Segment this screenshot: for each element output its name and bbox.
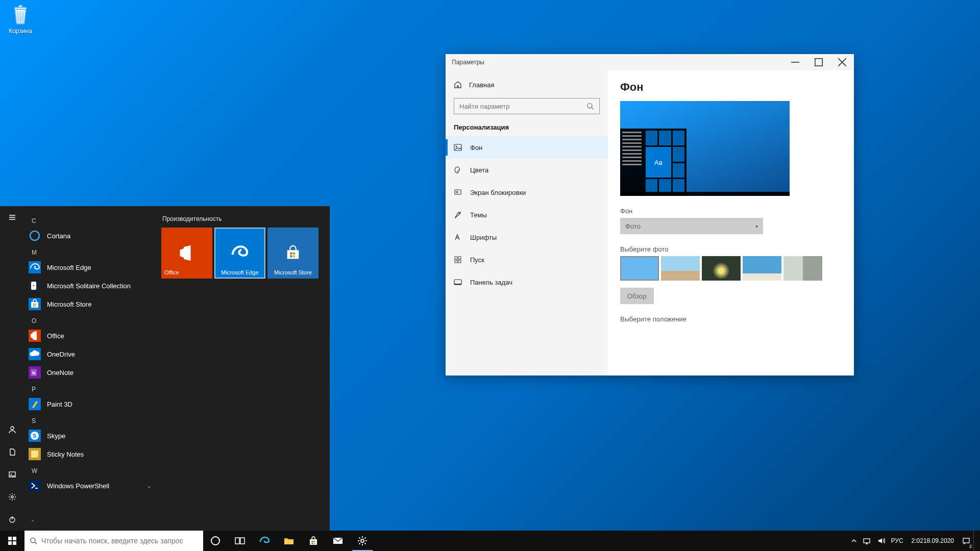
- letter-header[interactable]: P: [24, 382, 157, 395]
- app-skype[interactable]: S Skype: [24, 427, 157, 445]
- settings-nav-home[interactable]: Главная: [446, 78, 608, 92]
- settings-nav-home-label: Главная: [469, 81, 494, 89]
- power-icon: [8, 515, 16, 523]
- tile-store[interactable]: Microsoft Store: [267, 228, 318, 279]
- taskbar-search[interactable]: [24, 531, 203, 551]
- desktop-icon-recycle-bin[interactable]: Корзина: [1, 3, 40, 35]
- maximize-button[interactable]: [807, 54, 830, 70]
- letter-header[interactable]: M: [24, 245, 157, 258]
- taskbar-edge[interactable]: [252, 531, 277, 551]
- svg-rect-38: [13, 541, 16, 545]
- app-label: Microsoft Edge: [47, 264, 91, 271]
- settings-titlebar[interactable]: Параметры: [446, 54, 854, 70]
- preview-accent-tile: Aa: [646, 147, 671, 178]
- fonts-icon: [454, 233, 462, 241]
- paint3d-icon: [29, 398, 41, 410]
- tray-show-desktop[interactable]: [973, 531, 980, 551]
- svg-text:N: N: [32, 370, 36, 375]
- settings-nav-item-background[interactable]: Фон: [446, 136, 608, 159]
- search-icon: [586, 102, 594, 110]
- tile-group-label[interactable]: Производительность: [161, 215, 326, 228]
- taskbar-mail[interactable]: [326, 531, 350, 551]
- letter-header[interactable]: W: [24, 463, 157, 477]
- start-rail-pictures[interactable]: [0, 463, 24, 486]
- start-rail-expand[interactable]: [0, 206, 24, 229]
- bg-thumb[interactable]: [743, 256, 781, 281]
- svg-rect-36: [13, 537, 16, 540]
- app-paint3d[interactable]: Paint 3D: [24, 395, 157, 413]
- settings-search-input[interactable]: [459, 103, 582, 110]
- app-onedrive[interactable]: OneDrive: [24, 345, 157, 363]
- app-label: Cortana: [47, 232, 70, 240]
- settings-nav-item-fonts[interactable]: Шрифты: [446, 226, 608, 248]
- tray-action-center[interactable]: 2: [959, 531, 973, 551]
- letter-header[interactable]: O: [24, 313, 157, 327]
- app-office[interactable]: Office: [24, 327, 157, 345]
- start-all-apps[interactable]: C Cortana M Microsoft Edge Microsoft Sol…: [24, 206, 157, 531]
- app-label: Office: [47, 332, 64, 340]
- start-rail-power[interactable]: [0, 508, 24, 531]
- svg-rect-50: [864, 539, 870, 543]
- tray-volume[interactable]: [874, 531, 888, 551]
- bg-thumb[interactable]: [661, 256, 700, 281]
- bg-thumb[interactable]: [702, 256, 741, 281]
- app-store[interactable]: Microsoft Store: [24, 295, 157, 313]
- start-rail-settings[interactable]: [0, 486, 24, 508]
- onenote-icon: N: [29, 366, 41, 379]
- tile-edge[interactable]: Microsoft Edge: [214, 228, 265, 279]
- settings-nav-item-taskbar[interactable]: Панель задач: [446, 271, 608, 293]
- nav-item-label: Цвета: [470, 166, 488, 174]
- app-cortana[interactable]: Cortana: [24, 227, 157, 245]
- tray-ime[interactable]: РУС: [888, 531, 906, 551]
- app-onenote[interactable]: N OneNote: [24, 363, 157, 382]
- app-label: Sticky Notes: [47, 450, 84, 458]
- app-edge[interactable]: Microsoft Edge: [24, 258, 157, 277]
- start-rail-documents[interactable]: [0, 441, 24, 463]
- tray-network[interactable]: [860, 531, 874, 551]
- taskbar-pinned-apps: [203, 531, 375, 551]
- taskbar-taskview[interactable]: [228, 531, 252, 551]
- settings-nav-item-lockscreen[interactable]: Экран блокировки: [446, 181, 608, 204]
- bg-type-dropdown[interactable]: Фото ▾: [620, 218, 763, 234]
- svg-point-15: [11, 473, 12, 474]
- taskbar-explorer[interactable]: [277, 531, 301, 551]
- store-icon: [307, 535, 320, 547]
- app-label: OneNote: [47, 369, 74, 377]
- app-solitaire[interactable]: Microsoft Solitaire Collection: [24, 277, 157, 295]
- edge-icon: [214, 228, 265, 279]
- taskbar-settings[interactable]: [350, 531, 375, 551]
- settings-nav-item-colors[interactable]: Цвета: [446, 159, 608, 181]
- settings-nav-item-themes[interactable]: Темы: [446, 204, 608, 226]
- browse-button[interactable]: Обзор: [620, 288, 654, 304]
- taskbar-search-input[interactable]: [41, 537, 198, 545]
- svg-rect-42: [240, 538, 244, 544]
- settings-nav-item-start[interactable]: Пуск: [446, 248, 608, 271]
- app-label: Windows PowerShell: [47, 482, 109, 490]
- background-preview: Aa: [620, 101, 790, 196]
- taskview-icon: [234, 535, 246, 547]
- start-icon: [454, 256, 462, 264]
- tile-office[interactable]: Office: [161, 228, 212, 279]
- svg-point-13: [11, 427, 14, 430]
- tray-clock[interactable]: 2:02 18.09.2020: [906, 531, 959, 551]
- letter-header[interactable]: S: [24, 413, 157, 427]
- app-powershell[interactable]: Windows PowerShell ⌄: [24, 477, 157, 495]
- svg-rect-22: [35, 304, 37, 305]
- office-icon: [161, 228, 212, 279]
- app-label: Skype: [47, 432, 65, 440]
- start-rail-user[interactable]: [0, 418, 24, 441]
- start-button[interactable]: [0, 531, 24, 551]
- svg-point-16: [11, 496, 13, 498]
- bg-thumb[interactable]: [620, 256, 659, 281]
- app-stickynotes[interactable]: Sticky Notes: [24, 445, 157, 463]
- svg-rect-23: [33, 306, 35, 307]
- taskbar-store[interactable]: [301, 531, 326, 551]
- bg-thumb[interactable]: [783, 256, 822, 281]
- letter-header[interactable]: C: [24, 213, 157, 227]
- close-button[interactable]: [830, 54, 854, 70]
- taskbar-cortana[interactable]: [203, 531, 228, 551]
- tray-overflow[interactable]: [848, 531, 860, 551]
- svg-rect-35: [8, 537, 12, 540]
- skype-icon: S: [29, 430, 41, 442]
- minimize-button[interactable]: [783, 54, 807, 70]
